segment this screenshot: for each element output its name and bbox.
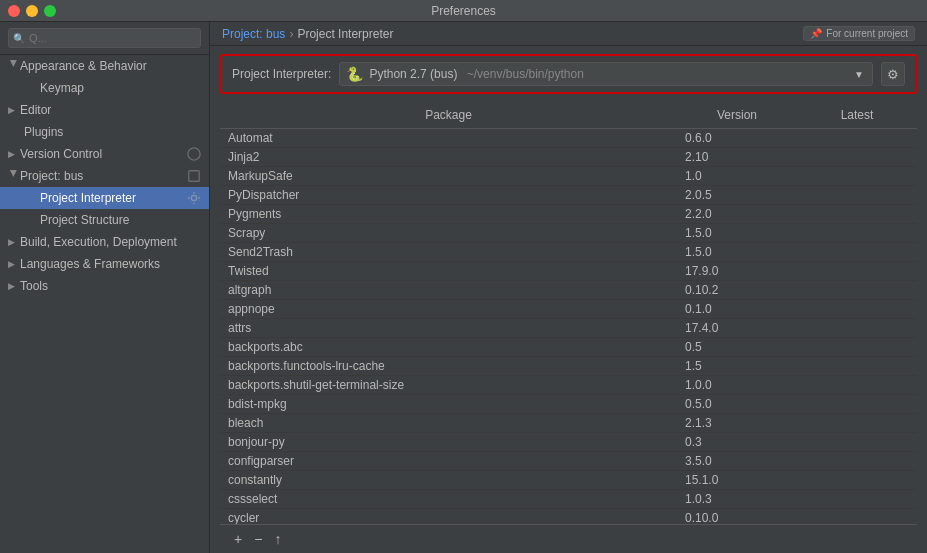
sidebar-item-editor[interactable]: ▶ Editor: [0, 99, 209, 121]
package-name: Scrapy: [220, 224, 677, 242]
table-row[interactable]: attrs 17.4.0: [220, 319, 917, 338]
table-row[interactable]: altgraph 0.10.2: [220, 281, 917, 300]
package-name: bonjour-py: [220, 433, 677, 451]
table-row[interactable]: bonjour-py 0.3: [220, 433, 917, 452]
sidebar-item-appearance-behavior[interactable]: ▶ Appearance & Behavior: [0, 55, 209, 77]
package-latest: [797, 357, 917, 375]
package-version: 0.10.0: [677, 509, 797, 524]
package-name: PyDispatcher: [220, 186, 677, 204]
package-name: cycler: [220, 509, 677, 524]
package-latest: [797, 319, 917, 337]
nav-label: Editor: [20, 103, 51, 117]
table-row[interactable]: MarkupSafe 1.0: [220, 167, 917, 186]
package-name: Send2Trash: [220, 243, 677, 261]
search-input[interactable]: [8, 28, 201, 48]
sidebar-item-project-interpreter[interactable]: Project Interpreter: [0, 187, 209, 209]
window-title: Preferences: [431, 4, 496, 18]
sidebar-item-project-structure[interactable]: Project Structure: [0, 209, 209, 231]
vcs-icon: [187, 147, 201, 161]
interpreter-select[interactable]: 🐍 Python 2.7 (bus) ~/venv/bus/bin/python…: [339, 62, 873, 86]
sidebar-item-tools[interactable]: ▶ Tools: [0, 275, 209, 297]
sidebar-item-project-bus[interactable]: ▶ Project: bus: [0, 165, 209, 187]
remove-package-button[interactable]: −: [250, 529, 266, 549]
package-version: 0.5: [677, 338, 797, 356]
interpreter-settings-button[interactable]: ⚙: [881, 62, 905, 86]
package-version: 0.10.2: [677, 281, 797, 299]
package-latest: [797, 186, 917, 204]
package-latest: [797, 414, 917, 432]
table-row[interactable]: constantly 15.1.0: [220, 471, 917, 490]
column-latest: Latest: [797, 106, 917, 124]
table-row[interactable]: backports.shutil-get-terminal-size 1.0.0: [220, 376, 917, 395]
package-name: backports.functools-lru-cache: [220, 357, 677, 375]
package-name: constantly: [220, 471, 677, 489]
package-name: backports.abc: [220, 338, 677, 356]
package-version: 3.5.0: [677, 452, 797, 470]
table-row[interactable]: Automat 0.6.0: [220, 129, 917, 148]
nav-label: Plugins: [24, 125, 63, 139]
search-wrapper: 🔍: [8, 28, 201, 48]
close-button[interactable]: [8, 5, 20, 17]
interpreter-dropdown-button[interactable]: ▼: [852, 69, 866, 80]
package-version: 0.3: [677, 433, 797, 451]
package-name: Twisted: [220, 262, 677, 280]
sidebar-item-version-control[interactable]: ▶ Version Control: [0, 143, 209, 165]
breadcrumb: Project: bus › Project Interpreter 📌 For…: [210, 22, 927, 46]
upgrade-package-button[interactable]: ↑: [270, 529, 285, 549]
package-version: 15.1.0: [677, 471, 797, 489]
package-name: altgraph: [220, 281, 677, 299]
table-actions: + − ↑: [220, 524, 917, 553]
package-version: 1.5.0: [677, 243, 797, 261]
table-row[interactable]: Send2Trash 1.5.0: [220, 243, 917, 262]
table-row[interactable]: configparser 3.5.0: [220, 452, 917, 471]
package-version: 17.4.0: [677, 319, 797, 337]
interpreter-value: Python 2.7 (bus) ~/venv/bus/bin/python: [369, 67, 846, 81]
package-latest: [797, 262, 917, 280]
package-latest: [797, 281, 917, 299]
sidebar-item-build-execution[interactable]: ▶ Build, Execution, Deployment: [0, 231, 209, 253]
package-version: 0.1.0: [677, 300, 797, 318]
main-container: 🔍 ▶ Appearance & Behavior Keymap ▶ Edito…: [0, 22, 927, 553]
table-row[interactable]: PyDispatcher 2.0.5: [220, 186, 917, 205]
table-row[interactable]: bdist-mpkg 0.5.0: [220, 395, 917, 414]
nav-label: Version Control: [20, 147, 102, 161]
minimize-button[interactable]: [26, 5, 38, 17]
package-name: bleach: [220, 414, 677, 432]
table-row[interactable]: backports.abc 0.5: [220, 338, 917, 357]
package-latest: [797, 224, 917, 242]
package-version: 2.2.0: [677, 205, 797, 223]
package-version: 1.5: [677, 357, 797, 375]
breadcrumb-project[interactable]: Project: bus: [222, 27, 285, 41]
package-latest: [797, 129, 917, 147]
package-name: bdist-mpkg: [220, 395, 677, 413]
svg-point-0: [188, 148, 200, 160]
table-body: Automat 0.6.0 Jinja2 2.10 MarkupSafe 1.0…: [220, 129, 917, 524]
nav-label: Appearance & Behavior: [20, 59, 147, 73]
table-row[interactable]: Twisted 17.9.0: [220, 262, 917, 281]
for-current-badge: 📌 For current project: [803, 26, 915, 41]
maximize-button[interactable]: [44, 5, 56, 17]
package-name: Pygments: [220, 205, 677, 223]
table-header: Package Version Latest: [220, 102, 917, 129]
table-row[interactable]: Pygments 2.2.0: [220, 205, 917, 224]
expand-arrow-icon: ▶: [8, 237, 20, 247]
sidebar-item-languages-frameworks[interactable]: ▶ Languages & Frameworks: [0, 253, 209, 275]
search-bar: 🔍: [0, 22, 209, 55]
breadcrumb-page: Project Interpreter: [297, 27, 393, 41]
sidebar-item-plugins[interactable]: Plugins: [0, 121, 209, 143]
svg-point-2: [191, 195, 196, 200]
badge-label: For current project: [826, 28, 908, 39]
package-latest: [797, 471, 917, 489]
add-package-button[interactable]: +: [230, 529, 246, 549]
package-latest: [797, 509, 917, 524]
sidebar-item-keymap[interactable]: Keymap: [0, 77, 209, 99]
table-row[interactable]: Jinja2 2.10: [220, 148, 917, 167]
interpreter-bar: Project Interpreter: 🐍 Python 2.7 (bus) …: [220, 54, 917, 94]
package-version: 1.5.0: [677, 224, 797, 242]
table-row[interactable]: bleach 2.1.3: [220, 414, 917, 433]
table-row[interactable]: cssselect 1.0.3: [220, 490, 917, 509]
table-row[interactable]: Scrapy 1.5.0: [220, 224, 917, 243]
table-row[interactable]: cycler 0.10.0: [220, 509, 917, 524]
table-row[interactable]: appnope 0.1.0: [220, 300, 917, 319]
table-row[interactable]: backports.functools-lru-cache 1.5: [220, 357, 917, 376]
